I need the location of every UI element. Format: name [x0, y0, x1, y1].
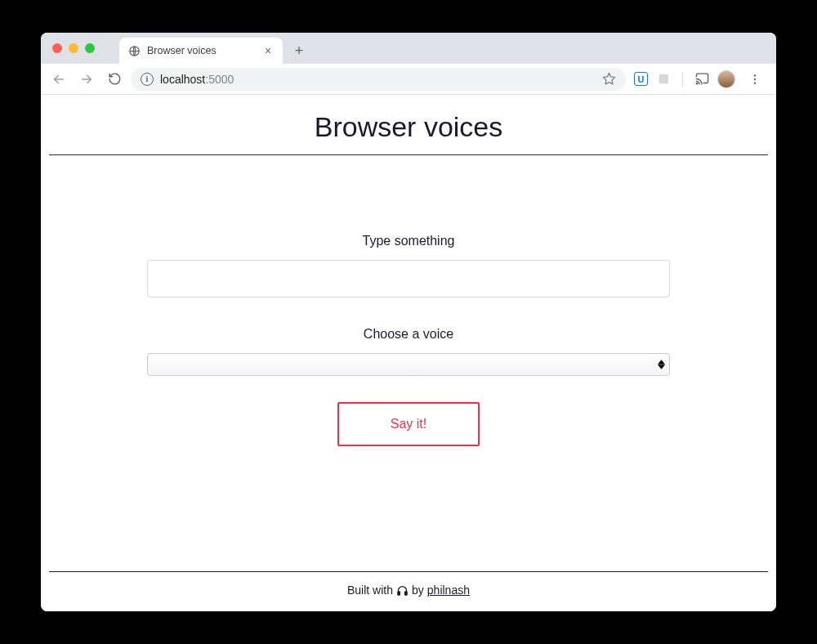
footer-author-link[interactable]: philnash — [427, 584, 470, 597]
address-bar[interactable]: i localhost:5000 — [131, 68, 626, 91]
voice-select-wrap — [147, 353, 670, 376]
page-title: Browser voices — [41, 111, 776, 143]
browser-tab[interactable]: Browser voices × — [119, 38, 283, 64]
browser-window: Browser voices × + i localhost:5000 U — [41, 33, 776, 611]
toolbar-divider — [682, 72, 683, 87]
svg-rect-1 — [659, 74, 667, 83]
forward-button[interactable] — [75, 68, 98, 91]
svg-point-2 — [696, 83, 697, 83]
extension-shield-icon[interactable]: U — [634, 72, 648, 86]
bookmark-star-icon[interactable] — [602, 72, 616, 86]
maximize-window-button[interactable] — [85, 43, 95, 53]
footer-prefix: Built with — [347, 584, 393, 597]
voice-select[interactable] — [147, 353, 670, 376]
page-footer: Built with by philnash — [49, 571, 768, 611]
tab-title: Browser voices — [147, 45, 217, 56]
svg-point-3 — [754, 74, 756, 76]
window-controls — [47, 43, 100, 53]
voice-select-label: Choose a voice — [364, 327, 453, 342]
url-port: :5000 — [205, 73, 234, 86]
cast-icon[interactable] — [694, 72, 709, 87]
tab-close-button[interactable]: × — [261, 44, 275, 57]
reload-button[interactable] — [103, 68, 126, 91]
new-tab-button[interactable]: + — [288, 39, 310, 62]
text-input[interactable] — [147, 260, 670, 297]
extension-generic-icon[interactable] — [656, 72, 671, 87]
svg-point-5 — [754, 82, 756, 83]
site-info-icon[interactable]: i — [141, 73, 154, 86]
footer-by: by — [412, 584, 424, 597]
extension-icons: U — [631, 68, 770, 91]
browser-toolbar: i localhost:5000 U — [41, 64, 776, 95]
browser-menu-button[interactable] — [743, 68, 766, 91]
text-input-label: Type something — [363, 234, 455, 248]
globe-icon — [127, 44, 141, 57]
headphones-icon — [396, 584, 408, 597]
page-content: Browser voices Type something Choose a v… — [41, 95, 776, 611]
url-host: localhost — [160, 73, 205, 86]
close-window-button[interactable] — [52, 43, 62, 53]
svg-point-4 — [754, 78, 756, 79]
form: Type something Choose a voice Say it! — [41, 155, 776, 571]
say-it-button[interactable]: Say it! — [337, 402, 480, 446]
svg-rect-7 — [405, 591, 408, 594]
profile-avatar[interactable] — [717, 70, 735, 88]
tab-strip: Browser voices × + — [41, 33, 776, 64]
back-button[interactable] — [47, 68, 70, 91]
minimize-window-button[interactable] — [69, 43, 78, 53]
svg-rect-6 — [398, 591, 400, 594]
